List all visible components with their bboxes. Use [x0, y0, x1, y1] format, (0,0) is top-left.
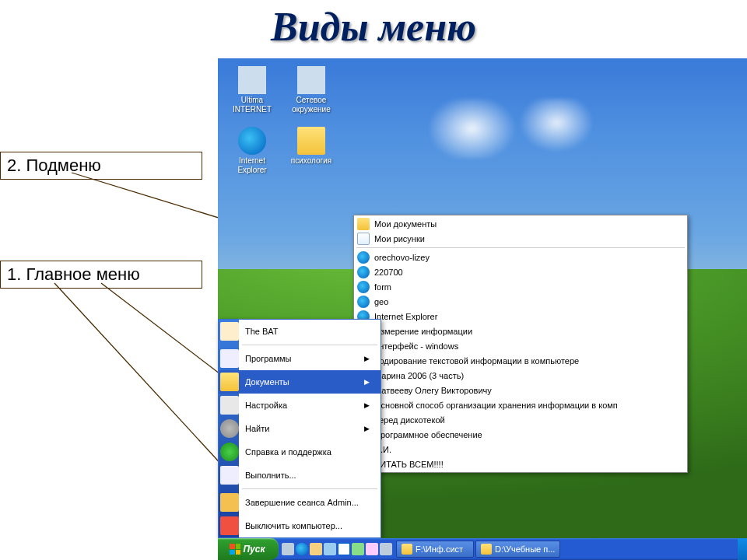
excel-icon[interactable]: [352, 543, 364, 555]
item-label: интерфейс - windows: [374, 341, 458, 351]
item-label: Матвееву Олегу Викторовичу: [374, 386, 492, 395]
word-icon[interactable]: [338, 543, 350, 555]
submenu-item[interactable]: Основной способ организации хранения инф…: [354, 397, 687, 412]
taskbar-label: F:\Инф.сист: [416, 544, 463, 554]
item-label: Измерение информации: [374, 327, 472, 336]
item-label: ЧИТАТЬ ВСЕМ!!!!: [374, 460, 444, 469]
taskbar: Пуск F:\Инф.сист D:\Учебные п...: [218, 538, 747, 560]
item-label: Мои рисунки: [374, 234, 425, 243]
network-places-icon: [297, 66, 325, 94]
folder-icon: [481, 544, 492, 555]
network-icon: [238, 66, 266, 94]
submenu-item[interactable]: Кодирование текстовой информации в компь…: [354, 353, 687, 368]
start-item-logoff[interactable]: Завершение сеанса Admin...: [219, 491, 381, 514]
paint-icon[interactable]: [366, 543, 378, 555]
submenu-item[interactable]: Программное обеспечение: [354, 427, 687, 442]
item-label: Завершение сеанса Admin...: [245, 498, 359, 507]
submenu-documents: Мои документы Мои рисунки orechovo-lizey…: [353, 215, 688, 473]
mail-icon[interactable]: [310, 543, 322, 555]
callout-submenu: 2. Подменю: [0, 152, 202, 180]
wallpaper-clouds: [430, 99, 641, 159]
submenu-item[interactable]: интерфейс - windows: [354, 338, 687, 353]
item-label: Марина 2006 (3 часть): [374, 371, 464, 380]
start-item-documents[interactable]: Документы▶: [219, 370, 381, 394]
start-item-run[interactable]: Выполнить...: [219, 464, 381, 487]
submenu-item-my-pics[interactable]: Мои рисунки: [354, 231, 687, 246]
item-label: Документы: [245, 377, 289, 387]
start-item-search[interactable]: Найти▶: [219, 417, 381, 440]
folder-icon: [297, 127, 325, 155]
start-item-help[interactable]: Справка и поддержка: [219, 440, 381, 464]
item-label: Internet Explorer: [374, 312, 437, 321]
start-label: Пуск: [243, 544, 265, 555]
chevron-right-icon: ▶: [364, 425, 370, 432]
submenu-item[interactable]: orechovo-lizey: [354, 250, 687, 264]
item-label: Справка и поддержка: [245, 447, 331, 457]
item-label: Выключить компьютер...: [245, 521, 342, 530]
show-desktop-icon[interactable]: [282, 543, 294, 555]
icon-label: психология: [283, 156, 339, 166]
ie-icon: [357, 266, 370, 278]
ie-icon: [357, 251, 370, 264]
taskbar-button[interactable]: D:\Учебные п...: [475, 541, 560, 558]
submenu-item[interactable]: ЧИТАТЬ ВСЕМ!!!!: [354, 457, 687, 471]
submenu-item[interactable]: Марина 2006 (3 часть): [354, 368, 687, 383]
submenu-item[interactable]: Измерение информации: [354, 324, 687, 338]
shutdown-icon: [220, 516, 239, 535]
submenu-item[interactable]: перед дискотекой: [354, 412, 687, 427]
item-label: Выполнить...: [245, 471, 296, 480]
ie-icon: [357, 296, 370, 308]
start-item-shutdown[interactable]: Выключить компьютер...: [219, 514, 381, 537]
icon-label: Internet Explorer: [224, 156, 280, 174]
folder-icon: [402, 544, 412, 555]
desktop: Ultima INTERNET Сетевое окружение Intern…: [218, 58, 747, 560]
desktop-icon-network-places[interactable]: Сетевое окружение: [283, 66, 339, 114]
start-button[interactable]: Пуск: [218, 538, 279, 560]
quick-launch: [279, 538, 395, 560]
submenu-separator: [356, 247, 685, 248]
item-label: Найти: [245, 424, 269, 433]
callout-mainmenu: 1. Главное меню: [0, 261, 202, 289]
submenu-item[interactable]: С.И.: [354, 442, 687, 457]
taskbar-label: D:\Учебные п...: [495, 544, 555, 554]
slide-title: Виды меню: [0, 4, 747, 50]
desktop-icon-ultima[interactable]: Ultima INTERNET: [224, 66, 280, 114]
start-item-programs[interactable]: Программы▶: [219, 347, 381, 370]
ie-icon[interactable]: [296, 543, 308, 555]
folder-icon: [357, 218, 370, 230]
item-label: Настройка: [245, 401, 287, 410]
media-icon[interactable]: [324, 543, 336, 555]
item-label: Кодирование текстовой информации в компь…: [374, 356, 579, 366]
submenu-item[interactable]: form: [354, 279, 687, 294]
submenu-item-my-docs[interactable]: Мои документы: [354, 216, 687, 231]
app-icon[interactable]: [380, 543, 392, 555]
taskbar-button[interactable]: F:\Инф.сист: [396, 541, 474, 558]
desktop-icon-folder[interactable]: психология: [283, 127, 339, 166]
settings-icon: [220, 396, 239, 415]
bat-icon: [220, 322, 239, 341]
chevron-right-icon: ▶: [364, 378, 370, 386]
submenu-item[interactable]: geo: [354, 294, 687, 309]
item-label: geo: [374, 297, 388, 306]
start-item-settings[interactable]: Настройка▶: [219, 394, 381, 417]
item-label: orechovo-lizey: [374, 253, 430, 262]
start-separator: [242, 345, 377, 345]
submenu-item[interactable]: 220700: [354, 264, 687, 279]
start-separator: [242, 488, 377, 489]
run-icon: [220, 466, 239, 485]
start-menu: The BAT Программы▶ Документы▶ Настройка▶…: [218, 319, 381, 538]
ie-icon: [357, 281, 370, 293]
pictures-icon: [357, 233, 370, 245]
item-label: Программы: [245, 354, 291, 363]
windows-logo-icon: [230, 544, 240, 555]
system-tray[interactable]: [738, 538, 747, 560]
item-label: 220700: [374, 268, 403, 277]
search-icon: [220, 419, 239, 438]
programs-icon: [220, 349, 239, 368]
desktop-icon-ie[interactable]: Internet Explorer: [224, 127, 280, 174]
documents-icon: [220, 373, 239, 391]
start-item-pinned[interactable]: The BAT: [219, 320, 381, 343]
submenu-item[interactable]: Internet Explorer: [354, 309, 687, 324]
item-label: Мои документы: [374, 219, 437, 229]
submenu-item[interactable]: Матвееву Олегу Викторовичу: [354, 383, 687, 397]
